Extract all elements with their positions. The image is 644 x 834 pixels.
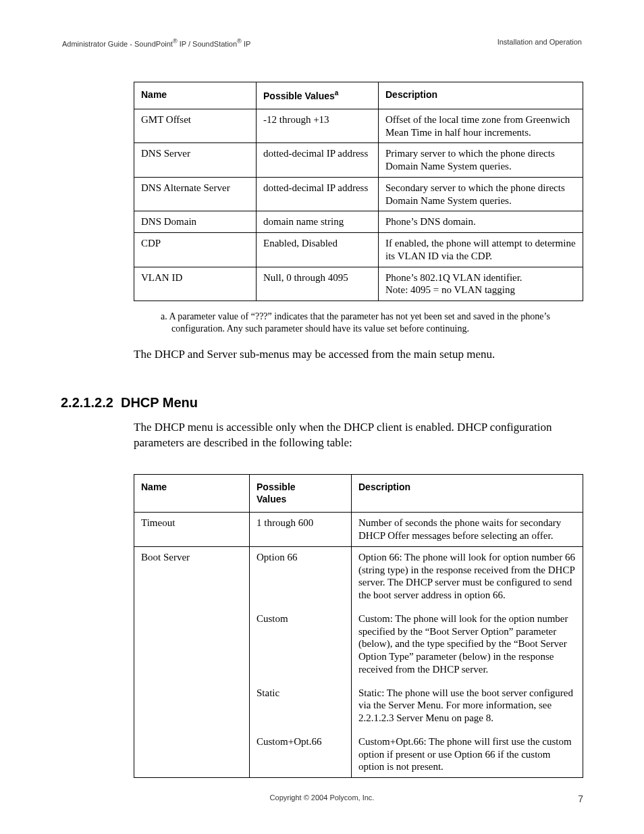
header-left-pre: Administrator Guide - SoundPoint [62,40,173,48]
th-values: PossibleValues [250,475,352,513]
cell-values: dotted-decimal IP address [257,177,379,211]
cell-name: Timeout [134,513,250,547]
cell-desc: Static: The phone will use the boot serv… [352,680,583,729]
table-row: DNS Domain domain name string Phone’s DN… [134,211,583,233]
cell-name: DNS Server [134,143,257,178]
section-heading-dhcp: 2.2.1.2.2 DHCP Menu [61,395,583,411]
cell-values: Custom [250,606,352,680]
cell-name: DNS Alternate Server [134,177,257,211]
cell-desc: Primary server to which the phone direct… [379,143,583,178]
table1-footnote: a. A parameter value of “???” indicates … [161,311,556,335]
cell-values: Static [250,680,352,729]
th-values-sup: a [335,89,339,97]
header-right: Installation and Operation [498,38,582,48]
table-row: DNS Alternate Server dotted-decimal IP a… [134,177,583,211]
table-header-row: Name Possible Valuesa Description [134,82,583,109]
cell-values: 1 through 600 [250,513,352,547]
header-left: Administrator Guide - SoundPoint® IP / S… [62,38,250,48]
footer-page-number: 7 [578,793,583,804]
cell-desc: If enabled, the phone will attempt to de… [379,233,583,267]
cell-desc: Number of seconds the phone waits for se… [352,513,583,547]
dhcp-params-table: Name PossibleValues Description Timeout … [134,474,583,778]
cell-desc: Secondary server to which the phone dire… [379,177,583,211]
cell-name: CDP [134,233,257,267]
th-name: Name [134,475,250,513]
cell-values: domain name string [257,211,379,233]
table-row: Boot Server Option 66 Option 66: The pho… [134,546,583,606]
table-row: GMT Offset -12 through +13 Offset of the… [134,109,583,143]
th-desc: Description [352,475,583,513]
header-left-post: IP [242,40,250,48]
th-name: Name [134,82,257,109]
section-title: DHCP Menu [121,395,198,410]
cell-desc: Phone’s 802.1Q VLAN identifier. Note: 40… [379,267,583,301]
cell-desc: Offset of the local time zone from Green… [379,109,583,143]
header-left-mid: IP / SoundStation [178,40,237,48]
reg-mark-1: ® [173,38,178,45]
th-desc: Description [379,82,583,109]
paragraph-submenus: The DHCP and Server sub-menus may be acc… [134,347,583,363]
cell-values: Null, 0 through 4095 [257,267,379,301]
paragraph-dhcp-intro: The DHCP menu is accessible only when th… [134,420,583,451]
table-row: DNS Server dotted-decimal IP address Pri… [134,143,583,178]
cell-name: GMT Offset [134,109,257,143]
table-header-row: Name PossibleValues Description [134,475,583,513]
footer-copyright: Copyright © 2004 Polycom, Inc. [270,793,375,802]
network-params-table: Name Possible Valuesa Description GMT Of… [134,82,583,301]
cell-values: Custom+Opt.66 [250,729,352,778]
cell-name: VLAN ID [134,267,257,301]
table-row: VLAN ID Null, 0 through 4095 Phone’s 802… [134,267,583,301]
page-container: Administrator Guide - SoundPoint® IP / S… [0,0,644,834]
th-values-text: Possible Values [263,90,335,101]
page-header: Administrator Guide - SoundPoint® IP / S… [61,38,583,48]
content-block-2: The DHCP menu is accessible only when th… [134,420,583,778]
cell-name: Boot Server [134,546,250,777]
cell-desc: Custom+Opt.66: The phone will first use … [352,729,583,778]
content-block-1: Name Possible Valuesa Description GMT Of… [134,82,583,363]
cell-values: Enabled, Disabled [257,233,379,267]
section-number: 2.2.1.2.2 [61,395,113,410]
cell-values: dotted-decimal IP address [257,143,379,178]
th-values: Possible Valuesa [257,82,379,109]
table-row: CDP Enabled, Disabled If enabled, the ph… [134,233,583,267]
cell-desc: Custom: The phone will look for the opti… [352,606,583,680]
page-footer: Copyright © 2004 Polycom, Inc. 7 [61,793,583,804]
cell-values: -12 through +13 [257,109,379,143]
cell-values: Option 66 [250,546,352,606]
cell-desc: Option 66: The phone will look for optio… [352,546,583,606]
cell-desc: Phone’s DNS domain. [379,211,583,233]
reg-mark-2: ® [237,38,242,45]
table-row: Timeout 1 through 600 Number of seconds … [134,513,583,547]
cell-name: DNS Domain [134,211,257,233]
